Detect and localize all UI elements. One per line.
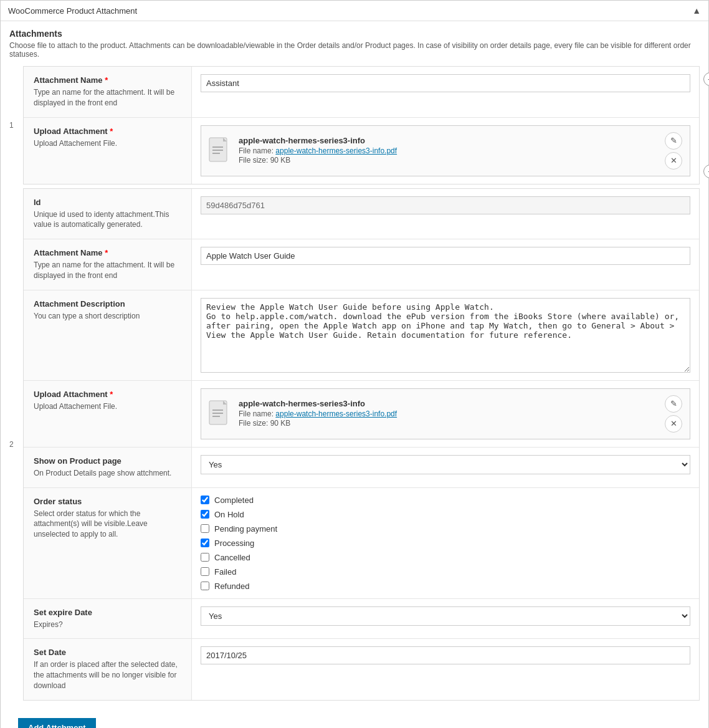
- attachment-1-name-label: Attachment Name *: [34, 75, 181, 85]
- page-wrapper: WooCommerce Product Attachment ▲ Attachm…: [0, 0, 709, 728]
- attachment-2-expire-label: Set expire Date: [34, 608, 181, 617]
- attachment-2-order-row: Order status Select order status for whi…: [24, 488, 699, 599]
- attachment-2-desc-label-area: Attachment Description You can type a sh…: [24, 290, 192, 380]
- attachment-1-block: Attachment Name * Type an name for the a…: [23, 66, 700, 184]
- order-status-group: Completed On Hold Pending payment P: [201, 496, 277, 591]
- attachment-2-upload-label-area: Upload Attachment * Upload Attachement F…: [24, 381, 192, 447]
- plugin-title-bar: WooCommerce Product Attachment ▲: [1, 1, 708, 21]
- status-pending-checkbox[interactable]: [201, 524, 209, 533]
- attachment-1-remove-button[interactable]: ✕: [665, 152, 682, 170]
- attachment-2-file-size: File size: 90 KB: [239, 419, 659, 428]
- attachment-1-upload-desc: Upload Attachement File.: [34, 138, 181, 149]
- attachment-2-name-required: *: [105, 248, 108, 257]
- attachment-2-file-name: File name: apple-watch-hermes-series3-in…: [239, 410, 659, 418]
- status-refunded-checkbox[interactable]: [201, 582, 209, 590]
- attachment-2-name-label: Attachment Name *: [34, 248, 181, 257]
- attachment-2-desc-content: Review the Apple Watch User Guide before…: [192, 290, 699, 380]
- attachment-2-show-select[interactable]: Yes No: [201, 455, 690, 474]
- attachment-2-show-row: Show on Product page On Product Details …: [24, 448, 699, 488]
- attachment-1-edit-button[interactable]: ✎: [665, 132, 682, 150]
- status-refunded-label: Refunded: [214, 582, 249, 591]
- status-failed-label: Failed: [214, 567, 236, 577]
- attachment-2-order-desc: Select order status for which the attach…: [34, 509, 181, 540]
- attachment-2-upload-required: *: [110, 390, 113, 399]
- attachment-2-show-label-area: Show on Product page On Product Details …: [24, 448, 192, 487]
- attachment-1-file-area: apple-watch-hermes-series3-info File nam…: [201, 125, 690, 176]
- status-cancelled-checkbox[interactable]: [201, 553, 209, 562]
- attachment-2-file-actions: ✎ ✕: [665, 395, 682, 433]
- attachment-2-expire-desc: Expires?: [34, 620, 181, 630]
- attachment-2-file-info: apple-watch-hermes-series3-info File nam…: [239, 399, 659, 428]
- attachment-2-wrapper: 2 Id Unique id used to identy attachment…: [23, 188, 700, 701]
- add-attachment-button[interactable]: Add Attchment: [18, 718, 96, 728]
- attachment-1-name-required: *: [105, 75, 108, 85]
- status-processing-checkbox[interactable]: [201, 539, 209, 547]
- attachment-2-file-title: apple-watch-hermes-series3-info: [239, 399, 659, 408]
- attachment-2-date-desc: If an order is placed after the selected…: [34, 659, 181, 691]
- attachment-1-file-icon: [209, 137, 231, 165]
- attachment-1-name-row: Attachment Name * Type an name for the a…: [24, 67, 699, 118]
- collapse-icon[interactable]: ▲: [692, 6, 701, 16]
- attachment-2-upload-label: Upload Attachment *: [34, 390, 181, 399]
- attachment-2-id-content: [192, 189, 699, 239]
- status-failed-item[interactable]: Failed: [201, 567, 277, 577]
- status-onhold-label: On Hold: [214, 510, 244, 519]
- attachment-1-file-name: File name: apple-watch-hermes-series3-in…: [239, 146, 659, 155]
- add-attachment-button-wrapper: Add Attchment: [1, 704, 708, 728]
- status-failed-checkbox[interactable]: [201, 567, 209, 576]
- attachment-2-edit-button[interactable]: ✎: [665, 395, 682, 413]
- status-cancelled-item[interactable]: Cancelled: [201, 553, 277, 562]
- status-processing-item[interactable]: Processing: [201, 539, 277, 548]
- attachment-1-upload-row: Upload Attachment * Upload Attachement F…: [24, 118, 699, 184]
- edit-icon: ✎: [670, 136, 677, 145]
- add-attachment-area: +: [703, 72, 709, 86]
- section-title: Attachments: [9, 29, 700, 39]
- attachment-2-desc-textarea[interactable]: Review the Apple Watch User Guide before…: [201, 298, 690, 373]
- attachment-1-upload-label: Upload Attachment *: [34, 127, 181, 136]
- add-button[interactable]: +: [703, 72, 709, 86]
- attachment-2-id-desc: Unique id used to identy attachment.This…: [34, 209, 181, 231]
- attachment-1-name-label-area: Attachment Name * Type an name for the a…: [24, 67, 192, 117]
- remove-attachment-1-button[interactable]: −: [703, 165, 709, 178]
- attachment-1-file-info: apple-watch-hermes-series3-info File nam…: [239, 136, 659, 165]
- status-pending-item[interactable]: Pending payment: [201, 524, 277, 534]
- attachment-2-upload-content: apple-watch-hermes-series3-info File nam…: [192, 381, 699, 447]
- attachment-2-block: Id Unique id used to identy attachment.T…: [23, 188, 700, 701]
- attachment-2-remove-file-button[interactable]: ✕: [665, 415, 682, 433]
- attachment-2-date-label-area: Set Date If an order is placed after the…: [24, 639, 192, 699]
- remove-attachment-1-area: −: [703, 165, 709, 178]
- attachment-2-file-icon: [209, 400, 231, 428]
- attachment-2-order-label-area: Order status Select order status for whi…: [24, 488, 192, 598]
- status-completed-item[interactable]: Completed: [201, 496, 277, 505]
- attachment-2-show-content: Yes No: [192, 448, 699, 487]
- attachment-2-date-input[interactable]: [201, 646, 690, 664]
- status-onhold-checkbox[interactable]: [201, 510, 209, 519]
- attachment-2-file-link[interactable]: apple-watch-hermes-series3-info.pdf: [275, 410, 397, 418]
- status-completed-checkbox[interactable]: [201, 496, 209, 504]
- attachment-2-id-input: [201, 196, 690, 214]
- attachment-2-show-label: Show on Product page: [34, 456, 181, 466]
- attachment-1-file-link[interactable]: apple-watch-hermes-series3-info.pdf: [275, 146, 397, 155]
- attachment-2-expire-select[interactable]: Yes No: [201, 606, 690, 626]
- status-processing-label: Processing: [214, 539, 254, 548]
- attachment-1-upload-label-area: Upload Attachment * Upload Attachement F…: [24, 118, 192, 184]
- attachment-2-name-input[interactable]: [201, 247, 690, 265]
- attachment-2-upload-row: Upload Attachment * Upload Attachement F…: [24, 381, 699, 448]
- attachment-2-number: 2: [9, 440, 14, 449]
- attachment-2-date-label: Set Date: [34, 648, 181, 657]
- section-description: Choose file to attach to the product. At…: [9, 41, 700, 59]
- attachment-2-name-row: Attachment Name * Type an name for the a…: [24, 239, 699, 290]
- section-header: Attachments Choose file to attach to the…: [1, 21, 708, 62]
- attachment-2-name-content: [192, 239, 699, 290]
- attachment-2-order-label: Order status: [34, 497, 181, 506]
- attachment-2-expire-label-area: Set expire Date Expires?: [24, 599, 192, 639]
- status-onhold-item[interactable]: On Hold: [201, 510, 277, 519]
- attachment-1-upload-required: *: [110, 127, 113, 136]
- attachment-2-id-label-area: Id Unique id used to identy attachment.T…: [24, 189, 192, 239]
- attachment-1-name-input[interactable]: [201, 74, 690, 92]
- status-refunded-item[interactable]: Refunded: [201, 582, 277, 591]
- attachment-1-file-actions: ✎ ✕: [665, 132, 682, 170]
- edit-icon-2: ✎: [670, 399, 677, 408]
- attachment-1-name-desc: Type an name for the attachment. It will…: [34, 87, 181, 108]
- attachment-1-file-size: File size: 90 KB: [239, 156, 659, 165]
